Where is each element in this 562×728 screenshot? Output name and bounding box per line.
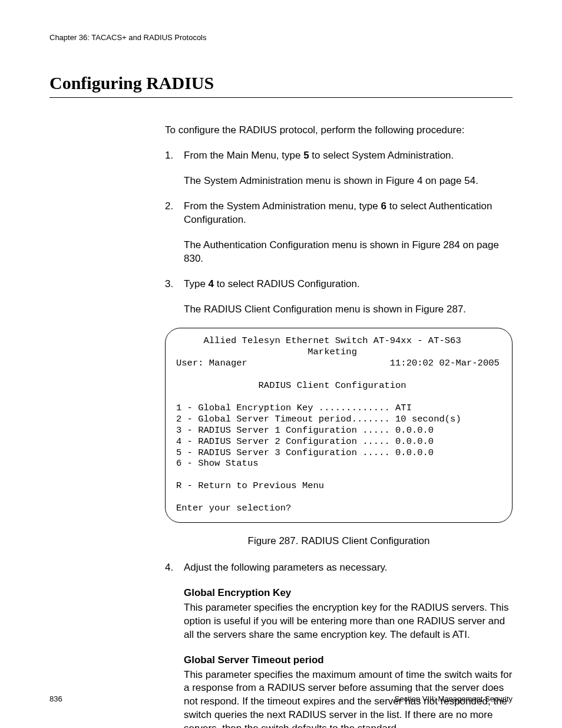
param-desc: This parameter specifies the encryption … (184, 602, 508, 640)
intro-text: To configure the RADIUS protocol, perfor… (165, 124, 513, 137)
step-text-pre: From the Main Menu, type (184, 150, 303, 161)
step-key: 5 (303, 150, 309, 161)
terminal-output: Allied Telesyn Ethernet Switch AT-94xx -… (168, 335, 510, 514)
step-3: 3. Type 4 to select RADIUS Configuration… (165, 278, 513, 317)
step-number: 3. (165, 278, 173, 291)
step-text-pre: From the System Administration menu, typ… (184, 200, 381, 212)
param-label: Global Server Timeout period (184, 654, 513, 667)
param-global-server-timeout: Global Server Timeout period This parame… (184, 654, 513, 728)
step-text-post: to select System Administration. (309, 150, 454, 161)
content-area: To configure the RADIUS protocol, perfor… (165, 124, 513, 728)
step-number: 2. (165, 200, 173, 213)
step-subtext: The System Administration menu is shown … (184, 174, 513, 188)
step-1: 1. From the Main Menu, type 5 to select … (165, 149, 513, 188)
step-text-post: to select RADIUS Configuration. (214, 278, 360, 289)
step-2: 2. From the System Administration menu, … (165, 200, 513, 266)
page-title: Configuring RADIUS (49, 71, 513, 95)
footer-section: Section VIII: Management Security (395, 694, 513, 704)
step-subtext: The Authentication Configuration menu is… (184, 239, 513, 266)
step-key: 6 (381, 200, 386, 212)
page-footer: 836 Section VIII: Management Security (49, 694, 513, 704)
step-key: 4 (209, 278, 214, 289)
step-number: 1. (165, 149, 173, 163)
step-subtext: The RADIUS Client Configuration menu is … (184, 303, 513, 317)
step-text-pre: Type (184, 278, 209, 289)
title-rule (49, 97, 513, 98)
chapter-header: Chapter 36: TACACS+ and RADIUS Protocols (49, 32, 513, 43)
page-number: 836 (49, 694, 62, 704)
step-4: 4. Adjust the following parameters as ne… (165, 561, 513, 575)
step-number: 4. (165, 561, 173, 575)
step-text: Adjust the following parameters as neces… (184, 562, 388, 573)
figure-caption: Figure 287. RADIUS Client Configuration (165, 535, 513, 548)
terminal-output-box: Allied Telesyn Ethernet Switch AT-94xx -… (165, 328, 513, 523)
param-global-encryption-key: Global Encryption Key This parameter spe… (184, 587, 513, 642)
param-label: Global Encryption Key (184, 587, 513, 600)
